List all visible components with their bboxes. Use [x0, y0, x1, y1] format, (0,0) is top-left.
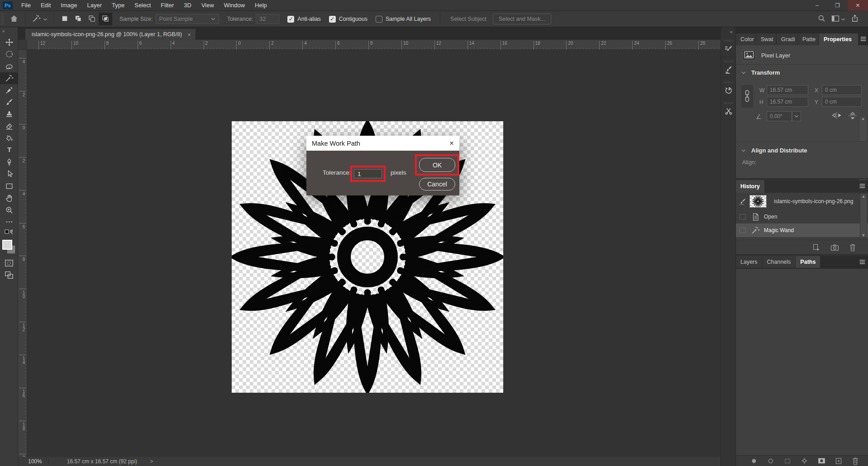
tab-channels[interactable]: Channels: [763, 256, 796, 268]
tab-history[interactable]: History: [736, 180, 764, 193]
new-selection-icon[interactable]: [58, 13, 72, 25]
add-mask-icon[interactable]: [818, 457, 825, 465]
tool-pen-icon[interactable]: [0, 156, 18, 168]
y-field[interactable]: 0 cm: [822, 97, 862, 107]
make-work-path-icon[interactable]: [801, 457, 808, 465]
sample-size-dropdown[interactable]: Point Sample: [156, 14, 219, 24]
expand-panels-icon[interactable]: «: [721, 27, 735, 36]
menu-help[interactable]: Help: [250, 0, 272, 11]
tool-ellipse-marquee-icon[interactable]: [0, 48, 18, 61]
delete-path-icon[interactable]: [852, 457, 859, 465]
quick-mask-icon[interactable]: [0, 258, 18, 270]
checkbox-sample-all-layers[interactable]: [376, 16, 382, 23]
height-field[interactable]: 16.57 cm: [767, 97, 808, 107]
select-and-mask-button[interactable]: Select and Mask...: [493, 14, 551, 24]
load-selection-icon[interactable]: [784, 457, 791, 465]
dock-brushes-icon[interactable]: [721, 57, 736, 78]
panel-menu-icon[interactable]: [858, 33, 868, 45]
screen-mode-icon[interactable]: [0, 270, 18, 282]
add-selection-icon[interactable]: [72, 13, 85, 25]
tool-magic-wand-icon[interactable]: [0, 72, 18, 85]
tab-properties[interactable]: Properties: [819, 33, 858, 45]
default-colors-icon[interactable]: [0, 228, 18, 238]
x-field[interactable]: 0 cm: [822, 85, 862, 95]
magic-wand-preset-icon[interactable]: [29, 13, 50, 25]
menu-image[interactable]: Image: [56, 0, 82, 11]
dock-history-icon[interactable]: [721, 78, 736, 99]
status-chevron-icon[interactable]: >: [142, 458, 153, 465]
color-swatches[interactable]: [0, 238, 18, 258]
document-tab[interactable]: islamic-symbols-icon-png-26.png @ 100% (…: [25, 29, 196, 40]
new-path-icon[interactable]: [835, 457, 842, 465]
menu-file[interactable]: File: [16, 0, 36, 11]
checkbox-anti-alias[interactable]: ✓: [287, 16, 294, 23]
new-doc-from-state-icon[interactable]: [812, 243, 820, 252]
tool-hand-icon[interactable]: [0, 192, 18, 204]
intersect-selection-icon[interactable]: [99, 13, 112, 25]
paths-panel-body[interactable]: [736, 269, 868, 455]
menu-view[interactable]: View: [196, 0, 219, 11]
align-section-header[interactable]: Align and Distribute: [736, 142, 868, 156]
dock-brush-settings-icon[interactable]: [721, 36, 736, 57]
home-icon[interactable]: [7, 13, 21, 25]
history-item-snapshot[interactable]: islamic-symbols-icon-png-26.png: [736, 193, 868, 210]
tab-color[interactable]: Color: [736, 33, 756, 45]
fill-path-icon[interactable]: [750, 457, 758, 465]
tool-type-icon[interactable]: T: [0, 144, 18, 157]
menu-edit[interactable]: Edit: [36, 0, 56, 11]
history-source-checkbox[interactable]: [739, 214, 746, 219]
menu-type[interactable]: Type: [107, 0, 129, 11]
history-brush-icon[interactable]: [736, 197, 749, 205]
tool-move-icon[interactable]: [0, 36, 18, 48]
ok-button[interactable]: OK: [419, 158, 455, 172]
search-icon[interactable]: [815, 13, 829, 25]
history-menu-icon[interactable]: [856, 180, 868, 193]
angle-dropdown-icon[interactable]: [792, 111, 801, 121]
menu-3d[interactable]: 3D: [179, 0, 196, 11]
tool-clone-stamp-icon[interactable]: [0, 108, 18, 120]
history-scrollbar[interactable]: ▲▼: [860, 194, 867, 238]
menu-filter[interactable]: Filter: [156, 0, 179, 11]
delete-state-icon[interactable]: [849, 243, 856, 252]
tab-paths[interactable]: Paths: [796, 256, 820, 268]
dialog-close-icon[interactable]: ×: [449, 139, 454, 148]
dialog-title-bar[interactable]: Make Work Path ×: [306, 136, 459, 151]
tab-gradi[interactable]: Gradi: [777, 33, 797, 45]
collapse-toolbar-icon[interactable]: »: [0, 27, 18, 36]
tool-lasso-icon[interactable]: [0, 60, 18, 72]
workspace-icon[interactable]: [829, 13, 848, 25]
tool-paint-bucket-icon[interactable]: [0, 132, 18, 144]
menu-window[interactable]: Window: [219, 0, 250, 11]
minimize-window-icon[interactable]: –: [807, 0, 827, 11]
tool-eraser-icon[interactable]: [0, 120, 18, 133]
tab-layers[interactable]: Layers: [736, 256, 762, 268]
dock-tool-presets-icon[interactable]: [721, 99, 736, 119]
tool-more-tools-icon[interactable]: [0, 216, 18, 228]
angle-field[interactable]: 0.00°: [767, 111, 792, 121]
dialog-tolerance-input[interactable]: 1: [354, 169, 382, 178]
share-icon[interactable]: [848, 13, 862, 25]
menu-layer[interactable]: Layer: [82, 0, 107, 11]
close-tab-icon[interactable]: ×: [187, 31, 191, 38]
transform-section-header[interactable]: Transform: [736, 65, 868, 78]
zoom-level[interactable]: 100%: [18, 458, 48, 465]
subtract-selection-icon[interactable]: [85, 13, 99, 25]
tool-path-select-icon[interactable]: [0, 168, 18, 181]
flip-horizontal-icon[interactable]: [831, 111, 843, 121]
width-field[interactable]: 16.57 cm: [767, 85, 808, 95]
link-dimensions-icon[interactable]: [741, 85, 753, 108]
tolerance-input[interactable]: 32: [256, 14, 279, 24]
tab-swat[interactable]: Swat: [756, 33, 776, 45]
checkbox-contiguous[interactable]: ✓: [329, 16, 336, 23]
paths-menu-icon[interactable]: [856, 256, 868, 269]
history-source-checkbox[interactable]: [739, 228, 746, 233]
history-item-open-state[interactable]: Open: [736, 210, 868, 223]
tool-rectangle-icon[interactable]: [0, 180, 18, 192]
tool-zoom-icon[interactable]: [0, 204, 18, 216]
stroke-path-icon[interactable]: [767, 457, 774, 465]
tool-brush-icon[interactable]: [0, 96, 18, 109]
tool-eyedropper-icon[interactable]: [0, 84, 18, 96]
new-snapshot-icon[interactable]: [830, 243, 839, 252]
close-window-icon[interactable]: ✕: [848, 0, 868, 11]
flip-vertical-icon[interactable]: [847, 111, 858, 122]
